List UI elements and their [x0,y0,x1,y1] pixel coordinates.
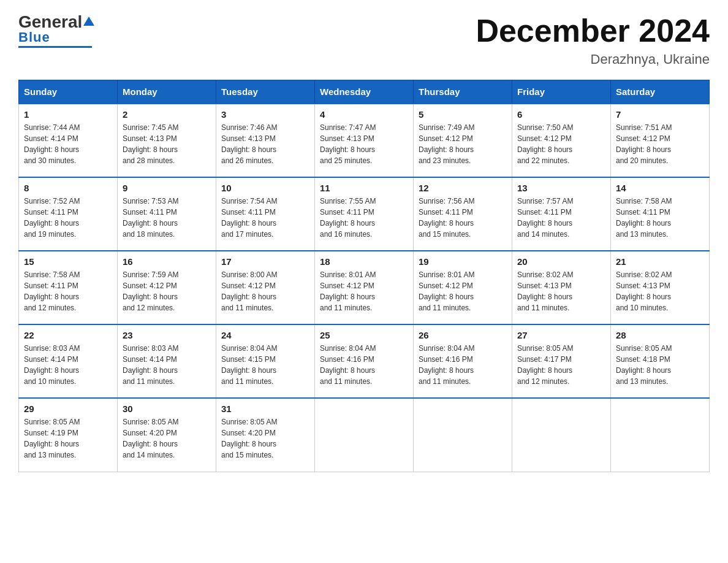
table-row: 9 Sunrise: 7:53 AMSunset: 4:11 PMDayligh… [118,177,216,251]
day-info: Sunrise: 8:03 AMSunset: 4:14 PMDaylight:… [123,344,178,386]
day-info: Sunrise: 8:05 AMSunset: 4:20 PMDaylight:… [221,418,277,459]
col-friday: Friday [512,80,611,104]
calendar-week-row: 22 Sunrise: 8:03 AMSunset: 4:14 PMDaylig… [19,324,710,398]
day-number: 6 [517,109,605,120]
table-row: 15 Sunrise: 7:58 AMSunset: 4:11 PMDaylig… [19,251,118,324]
table-row: 3 Sunrise: 7:46 AMSunset: 4:13 PMDayligh… [216,104,315,177]
table-row: 25 Sunrise: 8:04 AMSunset: 4:16 PMDaylig… [315,324,414,398]
day-info: Sunrise: 7:58 AMSunset: 4:11 PMDaylight:… [616,197,672,239]
table-row: 30 Sunrise: 8:05 AMSunset: 4:20 PMDaylig… [118,398,216,472]
table-row: 22 Sunrise: 8:03 AMSunset: 4:14 PMDaylig… [19,324,118,398]
table-row [611,398,710,472]
day-number: 10 [221,183,309,193]
table-row: 6 Sunrise: 7:50 AMSunset: 4:12 PMDayligh… [512,104,611,177]
table-row: 4 Sunrise: 7:47 AMSunset: 4:13 PMDayligh… [315,104,414,177]
day-number: 27 [517,330,605,340]
day-info: Sunrise: 8:05 AMSunset: 4:19 PMDaylight:… [24,418,80,459]
table-row: 5 Sunrise: 7:49 AMSunset: 4:12 PMDayligh… [414,104,512,177]
month-title: December 2024 [476,12,710,49]
logo-area: General Blue [18,12,94,48]
day-info: Sunrise: 8:01 AMSunset: 4:12 PMDaylight:… [419,270,474,312]
table-row: 13 Sunrise: 7:57 AMSunset: 4:11 PMDaylig… [512,177,611,251]
day-number: 14 [616,183,704,193]
logo-blue-text: Blue [18,29,50,45]
day-info: Sunrise: 7:50 AMSunset: 4:12 PMDaylight:… [517,123,573,165]
day-number: 7 [616,109,704,120]
table-row: 23 Sunrise: 8:03 AMSunset: 4:14 PMDaylig… [118,324,216,398]
table-row: 24 Sunrise: 8:04 AMSunset: 4:15 PMDaylig… [216,324,315,398]
day-number: 23 [123,330,211,340]
day-number: 4 [320,109,408,120]
day-info: Sunrise: 8:01 AMSunset: 4:12 PMDaylight:… [320,270,376,312]
col-thursday: Thursday [414,80,512,104]
table-row: 10 Sunrise: 7:54 AMSunset: 4:11 PMDaylig… [216,177,315,251]
logo-triangle-icon [83,17,94,26]
day-number: 17 [221,256,309,267]
col-monday: Monday [118,80,216,104]
day-info: Sunrise: 8:05 AMSunset: 4:17 PMDaylight:… [517,344,573,386]
day-number: 25 [320,330,408,340]
day-number: 2 [123,109,211,120]
day-info: Sunrise: 8:00 AMSunset: 4:12 PMDaylight:… [221,270,277,312]
table-row: 31 Sunrise: 8:05 AMSunset: 4:20 PMDaylig… [216,398,315,472]
day-number: 19 [419,256,507,267]
day-number: 5 [419,109,507,120]
table-row: 8 Sunrise: 7:52 AMSunset: 4:11 PMDayligh… [19,177,118,251]
calendar-table: Sunday Monday Tuesday Wednesday Thursday… [18,80,710,472]
day-number: 12 [419,183,507,193]
day-number: 3 [221,109,309,120]
day-info: Sunrise: 7:47 AMSunset: 4:13 PMDaylight:… [320,123,376,165]
day-number: 16 [123,256,211,267]
table-row: 27 Sunrise: 8:05 AMSunset: 4:17 PMDaylig… [512,324,611,398]
calendar-week-row: 29 Sunrise: 8:05 AMSunset: 4:19 PMDaylig… [19,398,710,472]
logo-divider [18,46,92,48]
title-area: December 2024 Derazhnya, Ukraine [476,12,710,67]
day-info: Sunrise: 8:04 AMSunset: 4:15 PMDaylight:… [221,344,277,386]
table-row [315,398,414,472]
table-row: 11 Sunrise: 7:55 AMSunset: 4:11 PMDaylig… [315,177,414,251]
day-info: Sunrise: 7:53 AMSunset: 4:11 PMDaylight:… [123,197,178,239]
table-row: 21 Sunrise: 8:02 AMSunset: 4:13 PMDaylig… [611,251,710,324]
col-sunday: Sunday [19,80,118,104]
day-info: Sunrise: 7:55 AMSunset: 4:11 PMDaylight:… [320,197,376,239]
day-info: Sunrise: 8:04 AMSunset: 4:16 PMDaylight:… [320,344,376,386]
calendar-week-row: 8 Sunrise: 7:52 AMSunset: 4:11 PMDayligh… [19,177,710,251]
table-row: 17 Sunrise: 8:00 AMSunset: 4:12 PMDaylig… [216,251,315,324]
table-row: 2 Sunrise: 7:45 AMSunset: 4:13 PMDayligh… [118,104,216,177]
day-number: 9 [123,183,211,193]
col-saturday: Saturday [611,80,710,104]
day-number: 24 [221,330,309,340]
day-number: 29 [24,404,112,414]
table-row: 29 Sunrise: 8:05 AMSunset: 4:19 PMDaylig… [19,398,118,472]
table-row: 14 Sunrise: 7:58 AMSunset: 4:11 PMDaylig… [611,177,710,251]
day-info: Sunrise: 8:05 AMSunset: 4:18 PMDaylight:… [616,344,672,386]
day-info: Sunrise: 7:51 AMSunset: 4:12 PMDaylight:… [616,123,672,165]
table-row: 12 Sunrise: 7:56 AMSunset: 4:11 PMDaylig… [414,177,512,251]
day-info: Sunrise: 8:04 AMSunset: 4:16 PMDaylight:… [419,344,474,386]
day-info: Sunrise: 7:59 AMSunset: 4:12 PMDaylight:… [123,270,178,312]
day-info: Sunrise: 7:54 AMSunset: 4:11 PMDaylight:… [221,197,277,239]
day-info: Sunrise: 8:02 AMSunset: 4:13 PMDaylight:… [616,270,672,312]
day-number: 26 [419,330,507,340]
table-row: 28 Sunrise: 8:05 AMSunset: 4:18 PMDaylig… [611,324,710,398]
day-number: 31 [221,404,309,414]
table-row [512,398,611,472]
day-info: Sunrise: 7:58 AMSunset: 4:11 PMDaylight:… [24,270,80,312]
page-header: General Blue December 2024 Derazhnya, Uk… [18,12,710,67]
table-row: 19 Sunrise: 8:01 AMSunset: 4:12 PMDaylig… [414,251,512,324]
calendar-week-row: 1 Sunrise: 7:44 AMSunset: 4:14 PMDayligh… [19,104,710,177]
col-tuesday: Tuesday [216,80,315,104]
day-info: Sunrise: 7:49 AMSunset: 4:12 PMDaylight:… [419,123,474,165]
table-row: 1 Sunrise: 7:44 AMSunset: 4:14 PMDayligh… [19,104,118,177]
calendar-header-row: Sunday Monday Tuesday Wednesday Thursday… [19,80,710,104]
day-number: 8 [24,183,112,193]
calendar-week-row: 15 Sunrise: 7:58 AMSunset: 4:11 PMDaylig… [19,251,710,324]
day-number: 15 [24,256,112,267]
day-number: 13 [517,183,605,193]
day-info: Sunrise: 7:52 AMSunset: 4:11 PMDaylight:… [24,197,80,239]
table-row: 26 Sunrise: 8:04 AMSunset: 4:16 PMDaylig… [414,324,512,398]
day-number: 30 [123,404,211,414]
day-number: 18 [320,256,408,267]
day-info: Sunrise: 7:45 AMSunset: 4:13 PMDaylight:… [123,123,178,165]
day-info: Sunrise: 7:57 AMSunset: 4:11 PMDaylight:… [517,197,573,239]
